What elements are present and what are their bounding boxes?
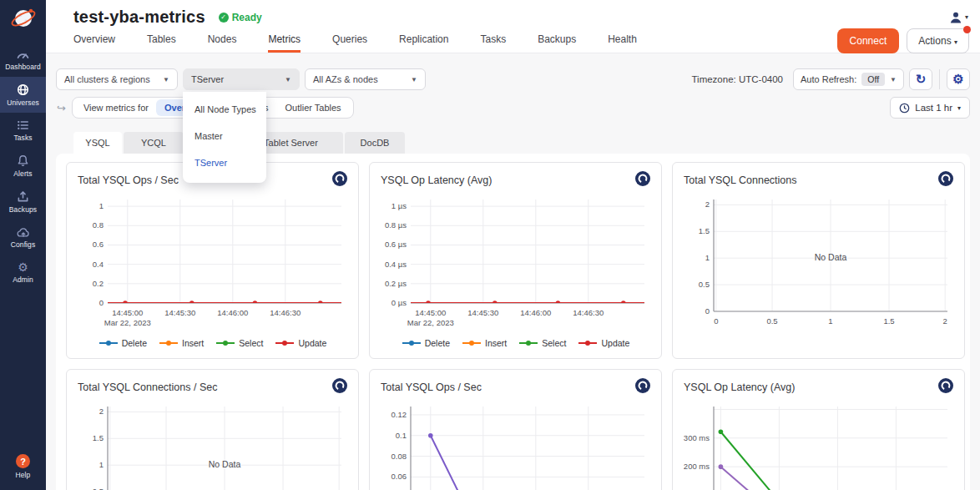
sidebar-item-universes[interactable]: Universes [0,77,46,113]
universe-header: test-yba-metrics ✓ Ready ▾ Overview Tabl… [46,0,980,53]
chevron-down-icon: ▼ [285,76,291,83]
list-icon [17,119,29,131]
tab-nodes[interactable]: Nodes [208,33,237,53]
user-icon [949,11,962,24]
svg-text:1.5: 1.5 [93,433,104,442]
metric-tab-ycql[interactable]: YCQL [124,132,184,154]
view-metrics-outlier-tables[interactable]: Outlier Tables [277,99,350,116]
svg-text:1.5: 1.5 [699,226,710,235]
sidebar-item-label: Configs [11,240,36,249]
azs-nodes-select[interactable]: All AZs & nodes▼ [305,68,426,90]
globe-icon [17,83,29,96]
sidebar-item-help[interactable]: ? Help [0,447,46,485]
refresh-icon: ↻ [916,72,927,87]
page-title: test-yba-metrics [73,8,205,27]
svg-text:14:45:30: 14:45:30 [164,308,195,317]
tab-replication[interactable]: Replication [399,33,448,53]
svg-text:2: 2 [705,200,710,209]
svg-text:0.4: 0.4 [93,260,104,269]
chart-plot-area[interactable]: 1 µs0.8 µs0.6 µs0.4 µs0.2 µs0 µs14:45:00… [381,193,650,333]
sidebar-item-label: Universes [7,99,39,107]
sidebar-item-label: Dashboard [5,63,40,71]
legend-item-update[interactable]: Update [578,338,629,348]
chart-legend: DeleteInsertSelectUpdate [381,338,650,348]
svg-text:0.5: 0.5 [93,487,104,490]
legend-marker-icon [462,340,482,346]
yugabyte-logo-icon [332,378,347,397]
svg-text:0.2 µs: 0.2 µs [385,279,407,288]
view-metrics-label: View metrics for [76,103,156,113]
timezone-label: Timezone: UTC-0400 [691,74,783,84]
metrics-settings-button[interactable]: ⚙ [947,68,970,90]
chart-title: YSQL Op Latency (Avg) [381,174,492,186]
auto-refresh-control[interactable]: Auto Refresh: Off ▼ [793,68,904,90]
return-arrow-icon: ↪ [57,102,66,114]
auto-refresh-value: Off [861,73,885,86]
chevron-down-icon: ▼ [411,76,417,83]
legend-item-update[interactable]: Update [275,338,326,348]
sidebar: Dashboard Universes Tasks Alerts Backups… [0,0,46,490]
tab-health[interactable]: Health [608,33,637,53]
sidebar-item-admin[interactable]: ⚙ Admin [0,255,46,290]
svg-text:0.4 µs: 0.4 µs [385,260,407,269]
sidebar-item-tasks[interactable]: Tasks [0,113,46,148]
tab-backups[interactable]: Backups [538,33,576,53]
legend-marker-icon [402,340,422,346]
legend-item-delete[interactable]: Delete [402,338,450,348]
svg-text:1: 1 [99,460,104,469]
svg-text:14:46:00: 14:46:00 [217,308,248,317]
chart-title: Total YSQL Connections [684,174,797,186]
menu-item-master[interactable]: Master [183,123,266,149]
chart-plot-area[interactable]: 0.120.10.080.060.04 [381,400,650,490]
status-badge: ✓ Ready [219,12,262,23]
legend-marker-icon [159,340,179,346]
tab-metrics[interactable]: Metrics [268,33,301,53]
metric-card: Total YSQL Connections21.510.50No Data00… [672,162,965,359]
yugabyte-rocket-logo[interactable] [8,0,38,41]
legend-item-select[interactable]: Select [215,338,263,348]
sidebar-item-backups[interactable]: Backups [0,184,46,220]
menu-item-all-node-types[interactable]: All Node Types [183,96,266,123]
svg-text:0.6 µs: 0.6 µs [385,240,407,249]
svg-text:14:45:30: 14:45:30 [467,308,498,317]
clusters-regions-select[interactable]: All clusters & regions▼ [56,68,178,90]
tab-overview[interactable]: Overview [73,33,115,53]
user-menu[interactable]: ▾ [949,11,968,24]
metric-card: Total YSQL Ops / Sec10.80.60.40.2014:45:… [66,162,359,359]
tab-tables[interactable]: Tables [147,33,176,53]
actions-button[interactable]: Actions ▾ [907,28,969,53]
svg-text:0.6: 0.6 [93,240,104,249]
legend-item-insert[interactable]: Insert [462,338,507,348]
node-type-select[interactable]: TServer▼ [183,68,300,90]
chart-plot-area[interactable]: 21.510.50No Data00.511.52 [684,193,953,333]
legend-item-delete[interactable]: Delete [99,338,147,348]
sidebar-item-configs[interactable]: Configs [0,220,46,255]
legend-item-select[interactable]: Select [518,338,566,348]
yugabyte-logo-icon [635,171,650,189]
sidebar-item-dashboard[interactable]: Dashboard [0,41,46,77]
tab-tasks[interactable]: Tasks [480,33,506,53]
svg-text:Mar 22, 2023: Mar 22, 2023 [407,318,454,327]
chart-plot-area[interactable]: 300 ms200 ms [684,400,953,490]
sidebar-item-alerts[interactable]: Alerts [0,148,46,184]
metric-tab-ysql[interactable]: YSQL [73,132,122,154]
menu-item-tserver[interactable]: TServer [183,149,266,176]
time-range-select[interactable]: Last 1 hr ▾ [890,97,970,119]
sidebar-item-label: Help [16,471,31,479]
connect-button[interactable]: Connect [837,28,900,53]
sidebar-item-label: Tasks [13,134,32,142]
chevron-down-icon: ▾ [965,13,968,21]
svg-text:Mar 22, 2023: Mar 22, 2023 [104,318,151,327]
legend-marker-icon [275,340,295,346]
refresh-button[interactable]: ↻ [909,68,932,90]
divider [939,69,940,89]
legend-marker-icon [99,340,119,346]
chart-plot-area[interactable]: 10.80.60.40.2014:45:00Mar 22, 202314:45:… [78,193,347,333]
yugabyte-logo-icon [635,378,650,397]
svg-text:0.2: 0.2 [93,279,104,288]
tab-queries[interactable]: Queries [332,33,367,53]
legend-item-insert[interactable]: Insert [159,338,204,348]
chart-plot-area[interactable]: 21.510.50No Data00.511.52 [78,400,347,490]
svg-text:14:45:00: 14:45:00 [415,308,446,317]
metric-tab-docdb[interactable]: DocDB [345,132,405,154]
